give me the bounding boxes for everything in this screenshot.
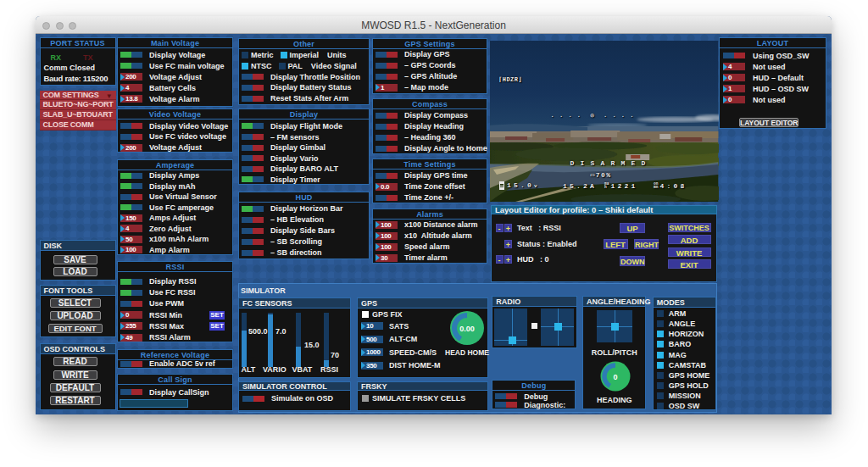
svg-text:0.00: 0.00 <box>459 325 475 333</box>
svg-text:0: 0 <box>613 373 617 381</box>
